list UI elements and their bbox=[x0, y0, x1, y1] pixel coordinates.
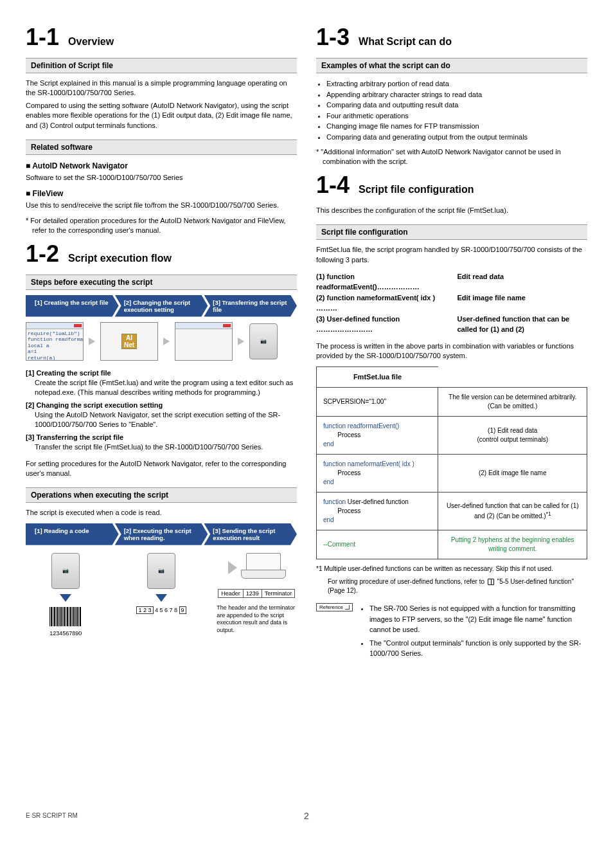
fn3-r: User-defined function that can be called… bbox=[457, 314, 587, 335]
section-steps-before: Steps before executing the script bbox=[26, 275, 297, 290]
cfg-p2: FmtSet.lua file, the script program hand… bbox=[316, 245, 587, 265]
cfg-r2-l: function readformatEvent() Process end bbox=[317, 417, 438, 455]
op-device: 📷 bbox=[51, 553, 80, 589]
op-device-2: 📷 bbox=[147, 553, 175, 589]
heading-1-1: 1-1 Overview bbox=[26, 26, 297, 49]
footer-left: E SR SCRIPT RM bbox=[26, 812, 78, 819]
cfg-r5-l: --Comment bbox=[317, 530, 438, 559]
arrow-icon bbox=[238, 338, 244, 345]
step2-title: [2] Changing the script execution settin… bbox=[26, 401, 297, 410]
heading-1-4-title: Script file configuration bbox=[359, 184, 474, 195]
heading-1-1-num: 1-1 bbox=[26, 26, 59, 49]
cfg-r4-r: User-defined function that can be called… bbox=[438, 493, 587, 530]
fn2-r: Edit image file name bbox=[457, 293, 587, 314]
sw-fileview-desc: Use this to send/receive the script file… bbox=[26, 201, 297, 210]
header-terminator-box: Header 1239 Terminator bbox=[218, 589, 295, 598]
book-icon bbox=[488, 579, 494, 585]
cfg-th: FmtSet.lua file bbox=[317, 366, 438, 387]
ref-item-1: The SR-700 Series is not equipped with a… bbox=[369, 603, 587, 635]
cfg-r3-l: function nameformatEvent( idx ) Process … bbox=[317, 455, 438, 493]
hb-header: Header bbox=[218, 589, 244, 598]
section-related-software: Related software bbox=[26, 140, 297, 155]
reference-block: Reference The SR-700 Series is not equip… bbox=[316, 603, 587, 662]
page-footer: E SR SCRIPT RM 2 E SR SCRIPT RM bbox=[26, 811, 587, 821]
heading-1-2: 1-2 Script execution flow bbox=[26, 242, 297, 266]
thumb-fileview-app bbox=[175, 322, 233, 361]
ref-item-2: The "Control output terminals" function … bbox=[369, 638, 587, 659]
heading-1-4-num: 1-4 bbox=[316, 174, 350, 197]
function-list: (1) function readformatEvent()……………… Edi… bbox=[316, 271, 587, 335]
arrow-down-icon bbox=[155, 594, 167, 602]
cfg-intro: This describes the configuration of the … bbox=[316, 206, 587, 215]
config-table: FmtSet.lua file SCPVERSION="1.00" The fi… bbox=[316, 366, 587, 559]
heading-1-4: 1-4 Script file configuration bbox=[316, 174, 587, 197]
section-definition: Definition of Script file bbox=[26, 58, 297, 73]
arrow-icon bbox=[228, 561, 237, 574]
ex-item: Changing image file names for FTP transm… bbox=[326, 121, 587, 132]
section-operations: Operations when executing the script bbox=[26, 487, 297, 503]
sw-fileview: FileView bbox=[26, 189, 297, 198]
op-caption: The header and the terminator are append… bbox=[217, 604, 297, 635]
thumb-navigator-app: AINet bbox=[100, 322, 158, 361]
ops-thumbnails: 📷 1234567890 📷 1 2 3 4 5 6 7 8 9 Header … bbox=[26, 553, 297, 637]
step1-title: [1] Creating the script file bbox=[26, 368, 297, 378]
cfg-p3: The process is written in the above part… bbox=[316, 341, 587, 361]
footnote-1: *1 Multiple user-defined functions can b… bbox=[316, 565, 587, 574]
thumb-device: 📷 bbox=[249, 323, 278, 359]
operations-p: The script is executed when a code is re… bbox=[26, 508, 297, 518]
steps-thumbnails: require("luaLib") function readformatEve… bbox=[26, 322, 297, 361]
boxed-chars: 1 2 3 4 5 6 7 8 9 bbox=[136, 607, 186, 613]
steps-list: [1] Creating the script file Create the … bbox=[26, 368, 297, 453]
ex-item: Comparing data and generating output fro… bbox=[326, 132, 587, 143]
fn1-l: (1) function readformatEvent()……………… bbox=[316, 271, 457, 293]
barcode-graphic bbox=[49, 607, 82, 626]
section-examples: Examples of what the script can do bbox=[316, 58, 587, 73]
arrow-icon bbox=[89, 338, 95, 345]
footer-page-number: 2 bbox=[78, 811, 535, 821]
cfg-r4-l: function User-defined function Process e… bbox=[317, 493, 438, 530]
op-1-chevron: [1] Reading a code bbox=[26, 523, 119, 545]
examples-list: Extracting arbitrary portion of read dat… bbox=[316, 78, 587, 142]
step1-desc: Create the script file (FmtSet.lua) and … bbox=[26, 378, 297, 398]
laptop-icon bbox=[241, 553, 286, 583]
arrow-icon bbox=[163, 338, 170, 345]
note-additional-info: * "Additional information" set with Auto… bbox=[316, 147, 587, 167]
note-manual-ref: * For detailed operation procedures for … bbox=[26, 216, 297, 236]
steps-end-note: For setting procedures for the AutoID Ne… bbox=[26, 459, 297, 479]
arrow-down-icon bbox=[60, 594, 71, 602]
fn1-r: Edit read data bbox=[457, 271, 587, 293]
step2-desc: Using the AutoID Network Navigator, set … bbox=[26, 410, 297, 430]
sw-autoid-desc: Software to set the SR-1000/D100/750/700… bbox=[26, 173, 297, 183]
heading-1-2-title: Script execution flow bbox=[68, 253, 172, 264]
heading-1-3: 1-3 What Script can do bbox=[316, 26, 587, 49]
op-3-chevron: [3] Sending the script execution result bbox=[204, 523, 297, 545]
step3-desc: Transfer the script file (FmtSet.lua) to… bbox=[26, 442, 297, 452]
ex-item: Extracting arbitrary portion of read dat… bbox=[326, 78, 587, 89]
cfg-r1-r: The file version can be determined arbit… bbox=[438, 388, 587, 417]
sw-autoid-navigator: AutoID Network Navigator bbox=[26, 161, 297, 170]
def-p1: The Script explained in this manual is a… bbox=[26, 78, 297, 98]
step-2-chevron: [2] Changing the script execution settin… bbox=[115, 295, 208, 317]
cfg-r2-r: (1) Edit read data (control output termi… bbox=[438, 417, 587, 455]
def-p2: Compared to using the setting software (… bbox=[26, 101, 297, 131]
hb-data: 1239 bbox=[243, 589, 262, 598]
footnote-2: For writing procedure of user-defined fu… bbox=[316, 577, 587, 595]
heading-1-2-num: 1-2 bbox=[26, 242, 59, 266]
thumb-editor: require("luaLib") function readformatEve… bbox=[26, 322, 84, 361]
steps-banner: [1] Creating the script file [2] Changin… bbox=[26, 295, 297, 317]
ex-item: Four arithmetic operations bbox=[326, 111, 587, 122]
heading-1-1-title: Overview bbox=[68, 36, 114, 48]
cfg-r1-l: SCPVERSION="1.00" bbox=[317, 388, 438, 417]
step3-title: [3] Transferring the script file bbox=[26, 433, 297, 442]
thumb-editor-code: require("luaLib") function readformatEve… bbox=[28, 330, 82, 361]
step-3-chevron: [3] Transferring the script file bbox=[204, 295, 297, 317]
fn2-l: (2) function nameformatEvent( idx ) ……… bbox=[316, 293, 457, 314]
step-1-chevron: [1] Creating the script file bbox=[26, 295, 119, 317]
heading-1-3-title: What Script can do bbox=[359, 36, 452, 48]
reference-badge: Reference bbox=[316, 603, 353, 611]
fn3-l: (3) User-defined function …………………… bbox=[316, 314, 457, 335]
hb-terminator: Terminator bbox=[262, 589, 296, 598]
op-2-chevron: [2] Executing the script when reading. bbox=[115, 523, 208, 545]
section-config: Script file configuration bbox=[316, 224, 587, 240]
ex-item: Comparing data and outputting result dat… bbox=[326, 100, 587, 111]
